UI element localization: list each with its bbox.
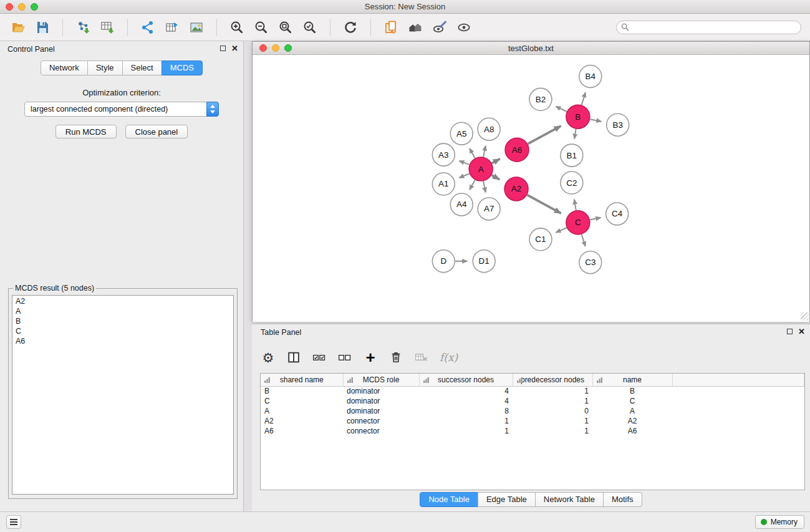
optimization-criterion-dropdown[interactable]: largest connected component (directed) <box>24 102 219 117</box>
graph-node-C[interactable]: C <box>566 211 590 235</box>
graph-edge-B-B2[interactable] <box>556 107 566 112</box>
mcds-result-item[interactable]: B <box>12 316 233 326</box>
graph-edge-B-B4[interactable] <box>582 92 586 105</box>
memory-button[interactable]: Memory <box>755 515 804 529</box>
graph-edge-A-A6[interactable] <box>492 159 500 163</box>
search-input[interactable] <box>616 21 801 34</box>
refresh-button[interactable] <box>341 18 360 37</box>
graph-node-A2[interactable]: A2 <box>504 177 528 201</box>
columns-button[interactable] <box>286 349 301 365</box>
graph-node-A1[interactable]: A1 <box>432 173 455 195</box>
tab-edge-table[interactable]: Edge Table <box>478 492 536 507</box>
mcds-result-list[interactable]: A2ABCA6 <box>12 295 234 495</box>
network-canvas[interactable]: B4B2BB3A8A5A6B1A3AC2A1A2A4A7C4CC1C3DD1 <box>253 55 809 322</box>
select-all-button[interactable] <box>312 349 327 365</box>
resize-handle[interactable] <box>801 312 809 321</box>
gear-button[interactable]: ⚙ <box>261 349 276 365</box>
panel-selector-button[interactable] <box>6 515 21 529</box>
graph-edge-A-A5[interactable] <box>470 148 475 158</box>
import-network-button[interactable] <box>74 18 92 37</box>
column-header-shared-name[interactable]: shared name <box>261 374 343 386</box>
zoom-in-button[interactable] <box>228 18 246 37</box>
tab-network-table[interactable]: Network Table <box>535 492 604 507</box>
graph-edge-C-C2[interactable] <box>574 200 576 210</box>
graph-node-A3[interactable]: A3 <box>432 143 455 166</box>
column-header-name[interactable]: name <box>592 374 672 386</box>
save-button[interactable] <box>33 18 52 37</box>
mcds-result-item[interactable]: A2 <box>12 296 233 306</box>
tab-style[interactable]: Style <box>87 60 123 75</box>
table-row[interactable]: A6connector11A6 <box>261 426 804 436</box>
column-header-mcds-role[interactable]: MCDS role <box>343 374 419 386</box>
tab-node-table[interactable]: Node Table <box>420 492 478 507</box>
tab-network[interactable]: Network <box>41 60 88 75</box>
zoom-selected-button[interactable] <box>301 18 319 37</box>
table-row[interactable]: Cdominator41C <box>261 396 804 406</box>
eye-button[interactable] <box>455 18 473 37</box>
run-mcds-button[interactable]: Run MCDS <box>55 125 117 138</box>
import-table-button[interactable] <box>98 18 117 37</box>
close-panel-icon[interactable]: ✕ <box>231 45 238 52</box>
graph-node-A7[interactable]: A7 <box>478 198 500 220</box>
graph-node-B3[interactable]: B3 <box>607 114 629 136</box>
add-row-button[interactable]: + <box>363 349 378 365</box>
graph-edge-B-B3[interactable] <box>590 119 601 122</box>
graph-node-C4[interactable]: C4 <box>606 203 629 225</box>
graph-edge-A-A3[interactable] <box>459 161 469 165</box>
column-header-successor-nodes[interactable]: successor nodes <box>419 374 513 386</box>
export-table-button[interactable] <box>163 18 181 37</box>
mcds-result-item[interactable]: A <box>12 306 233 316</box>
graph-edge-A-A4[interactable] <box>470 180 475 190</box>
graph-node-A4[interactable]: A4 <box>450 193 473 216</box>
graph-edge-B-B1[interactable] <box>574 129 576 139</box>
mcds-result-item[interactable]: A6 <box>12 336 233 346</box>
graph-node-C1[interactable]: C1 <box>529 228 552 251</box>
open-button[interactable] <box>9 18 27 37</box>
export-image-button[interactable] <box>187 18 206 37</box>
zoom-fit-button[interactable] <box>276 18 295 37</box>
float-panel-icon[interactable] <box>220 46 226 51</box>
graph-node-A8[interactable]: A8 <box>478 118 500 140</box>
graph-edge-A-A7[interactable] <box>483 181 486 193</box>
share-network-button[interactable] <box>138 18 157 37</box>
close-table-panel-icon[interactable]: ✕ <box>798 328 805 335</box>
table-row[interactable]: Bdominator41B <box>261 386 804 396</box>
duplicate-network-button[interactable] <box>382 18 400 37</box>
graph-edge-C-C1[interactable] <box>556 228 567 233</box>
float-table-panel-icon[interactable] <box>787 329 793 334</box>
table-row[interactable]: A2connector11A2 <box>261 416 804 426</box>
graph-node-B1[interactable]: B1 <box>561 144 583 167</box>
tab-select[interactable]: Select <box>122 60 162 75</box>
graph-edge-C-C3[interactable] <box>582 235 586 246</box>
graph-node-A[interactable]: A <box>469 157 493 181</box>
graph-edge-A6-B[interactable] <box>528 126 561 144</box>
function-builder-button[interactable]: f(x) <box>440 349 458 365</box>
delete-table-button[interactable] <box>414 349 429 365</box>
table-row[interactable]: Adominator80A <box>261 406 804 416</box>
column-header-predecessor-nodes[interactable]: predecessor nodes <box>513 374 592 386</box>
graph-node-D[interactable]: D <box>432 250 455 273</box>
network-window-titlebar[interactable]: testGlobe.txt <box>253 42 809 55</box>
graph-node-B[interactable]: B <box>566 105 590 128</box>
graph-node-C3[interactable]: C3 <box>579 251 602 274</box>
delete-row-button[interactable] <box>388 349 403 365</box>
double-home-button[interactable] <box>406 18 425 37</box>
graph-node-A6[interactable]: A6 <box>505 138 529 162</box>
graph-node-B2[interactable]: B2 <box>529 88 552 110</box>
graph-node-A5[interactable]: A5 <box>450 122 473 145</box>
graph-edge-A-A1[interactable] <box>459 173 469 178</box>
graph-edge-A2-C[interactable] <box>528 195 561 214</box>
graph-edge-C-C4[interactable] <box>590 218 600 220</box>
graph-node-D1[interactable]: D1 <box>473 250 495 273</box>
tab-mcds[interactable]: MCDS <box>162 60 203 75</box>
close-panel-button[interactable]: Close panel <box>125 125 188 138</box>
graph-node-B4[interactable]: B4 <box>579 65 602 87</box>
mcds-result-item[interactable]: C <box>12 326 233 336</box>
graph-edge-A-A2[interactable] <box>492 175 500 180</box>
graph-edge-A-A8[interactable] <box>483 146 486 157</box>
graph-node-C2[interactable]: C2 <box>561 172 583 194</box>
zoom-out-button[interactable] <box>252 18 271 37</box>
tab-motifs[interactable]: Motifs <box>603 492 642 507</box>
annotate-eye-button[interactable] <box>430 18 449 37</box>
deselect-all-button[interactable] <box>337 349 352 365</box>
